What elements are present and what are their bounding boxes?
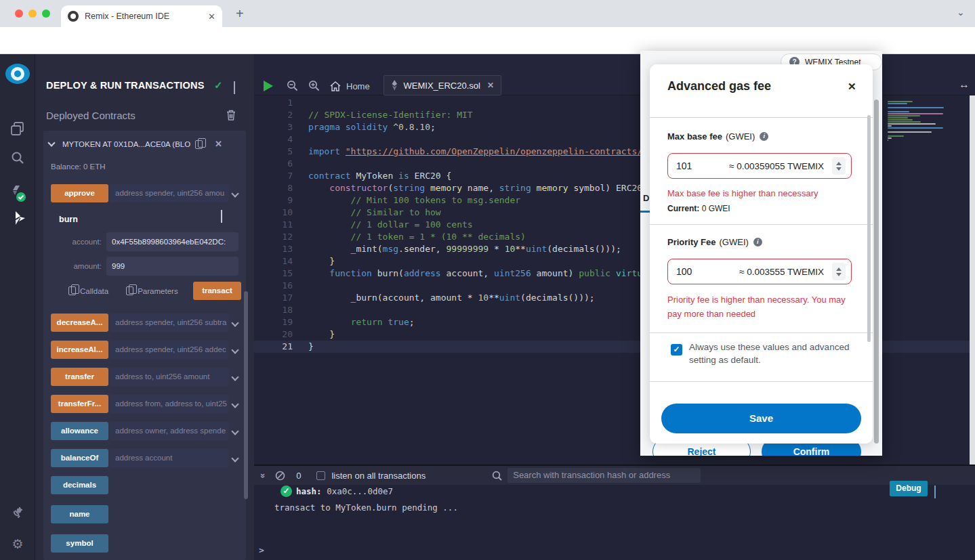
function-button[interactable]: allowance (51, 422, 108, 440)
copy-parameters-icon[interactable] (126, 286, 133, 295)
remix-logo-icon[interactable] (0, 64, 35, 84)
hash-label: hash: (296, 486, 322, 496)
function-args-input[interactable]: address to, uint256 amount (110, 368, 229, 386)
trash-icon[interactable] (226, 110, 236, 121)
function-expand-chevron-icon[interactable] (229, 368, 241, 386)
priority-fee-input[interactable]: 100 ≈ 0.003555 TWEMIX (667, 259, 852, 284)
transaction-count: 0 (296, 471, 301, 481)
transact-button[interactable]: transact (193, 282, 241, 300)
function-args-input[interactable]: address from, address to, uint25 (110, 395, 229, 413)
terminal-search-input[interactable]: Search with transaction hash or address (507, 468, 701, 483)
function-expand-chevron-icon[interactable] (229, 395, 241, 413)
minimap-line (888, 113, 943, 114)
debug-button[interactable]: Debug (890, 481, 928, 496)
default-values-checkbox-label[interactable]: Always use these values and advanced set… (689, 341, 852, 366)
contract-header-row[interactable]: MYTOKEN AT 0X1DA...ACE0A (BLO ✕ (49, 139, 241, 149)
search-icon[interactable] (0, 151, 35, 165)
line-number: 18 (254, 304, 293, 316)
editor-minimap[interactable] (888, 99, 962, 142)
file-explorer-icon[interactable] (0, 122, 35, 135)
max-base-fee-value[interactable]: 101 (676, 160, 729, 171)
minimap-line (888, 107, 944, 108)
function-button[interactable]: name (51, 505, 108, 523)
amount-input[interactable]: 999 (106, 257, 238, 276)
panel-expand-chevron-icon[interactable] (234, 81, 235, 93)
run-script-play-icon[interactable] (264, 81, 273, 91)
expand-editor-icon[interactable]: ↔ (959, 79, 970, 91)
terminal-collapse-icon[interactable]: » (258, 473, 268, 477)
function-args-input[interactable]: address spender, uint256 addec (110, 341, 229, 359)
zoom-in-icon[interactable] (308, 80, 320, 91)
approve-args-input[interactable]: address spender, uint256 amou (110, 184, 229, 202)
copy-calldata-icon[interactable] (68, 286, 76, 295)
info-icon[interactable]: i (753, 238, 762, 246)
editor-scrollbar[interactable] (970, 95, 975, 519)
default-values-checkbox[interactable]: ✓ (671, 344, 682, 356)
function-expand-chevron-icon[interactable] (229, 341, 241, 359)
priority-fee-label: Priority Fee (GWEI) i (667, 237, 762, 247)
new-tab-button[interactable]: + (236, 6, 244, 22)
function-button[interactable]: increaseAl... (51, 341, 108, 359)
burn-collapse-chevron-icon[interactable] (221, 210, 222, 222)
listen-checkbox[interactable] (316, 471, 325, 480)
priority-fee-value[interactable]: 100 (676, 266, 739, 277)
function-button[interactable]: transferFr... (51, 395, 108, 413)
max-base-fee-stepper[interactable] (832, 157, 846, 175)
contract-collapse-chevron-icon[interactable] (47, 139, 55, 146)
remove-contract-icon[interactable]: ✕ (215, 139, 222, 149)
function-button[interactable]: decimals (51, 476, 108, 494)
info-icon[interactable]: i (760, 132, 768, 141)
tab-home[interactable]: Home (330, 77, 370, 95)
listen-label[interactable]: listen on all transactions (331, 471, 426, 481)
save-button[interactable]: Save (661, 404, 861, 433)
details-tab-partial[interactable]: D (643, 193, 649, 203)
file-tab-close-icon[interactable]: ✕ (487, 81, 494, 90)
function-button[interactable]: symbol (51, 534, 108, 553)
tx-hash-line[interactable]: hash: 0xa0c...0d0e7 (296, 486, 393, 496)
maximize-window-button[interactable] (42, 9, 50, 18)
zoom-out-icon[interactable] (287, 80, 298, 91)
tab-wemix-erc20[interactable]: WEMIX_ERC20.sol ✕ (383, 75, 501, 95)
minimize-window-button[interactable] (28, 9, 37, 18)
function-expand-chevron-icon[interactable] (229, 314, 241, 332)
minimap-line (888, 111, 909, 112)
function-button[interactable]: transfer (51, 368, 108, 386)
function-args-input[interactable]: address owner, address spende (110, 422, 229, 440)
popup-scrollbar[interactable] (874, 100, 879, 444)
function-args-input[interactable]: address spender, uint256 subtra (110, 314, 229, 332)
settings-gear-icon[interactable]: ⚙ (0, 536, 35, 552)
max-base-fee-input[interactable]: 101 ≈ 0.00359055 TWEMIX (667, 153, 852, 179)
approve-expand-chevron-icon[interactable] (229, 184, 241, 202)
browser-tab[interactable]: Remix - Ethereum IDE ✕ (61, 5, 222, 27)
max-base-fee-unit: (GWEI) (726, 131, 755, 142)
deploy-run-icon[interactable] (0, 210, 35, 226)
plugin-manager-icon[interactable] (0, 505, 35, 519)
approve-button[interactable]: approve (51, 184, 108, 202)
line-number: 8 (254, 182, 293, 194)
close-window-button[interactable] (15, 9, 23, 18)
tx-expand-chevron-icon[interactable] (934, 486, 936, 498)
tab-close-icon[interactable]: ✕ (208, 12, 215, 22)
function-button[interactable]: decreaseA... (51, 314, 108, 332)
calldata-label[interactable]: Calldata (80, 287, 108, 295)
tab-search-chevron-icon[interactable]: ⌄ (957, 7, 965, 18)
copy-address-icon[interactable] (195, 140, 203, 149)
terminal: » 0 listen on all transactions Search wi… (254, 465, 975, 560)
dialog-close-icon[interactable]: ✕ (848, 81, 856, 93)
home-tab-label: Home (346, 81, 370, 91)
clear-console-icon[interactable] (275, 471, 285, 481)
divider (650, 224, 873, 225)
priority-fee-stepper[interactable] (832, 263, 846, 280)
function-args-input[interactable]: address account (110, 449, 229, 467)
parameters-label[interactable]: Parameters (138, 287, 178, 295)
dialog-scrollbar[interactable] (867, 115, 871, 342)
solidity-compiler-icon[interactable] (0, 185, 35, 202)
terminal-prompt[interactable]: > (259, 545, 264, 555)
function-expand-chevron-icon[interactable] (229, 422, 241, 440)
function-expand-chevron-icon[interactable] (229, 449, 241, 467)
function-row: transferFr...address from, address to, u… (51, 395, 241, 413)
line-number: 2 (254, 109, 293, 121)
function-button[interactable]: balanceOf (51, 449, 108, 467)
panel-scrollbar[interactable] (244, 291, 248, 499)
account-input[interactable]: 0x4F55b8998603964ebE042DC: (106, 232, 238, 251)
